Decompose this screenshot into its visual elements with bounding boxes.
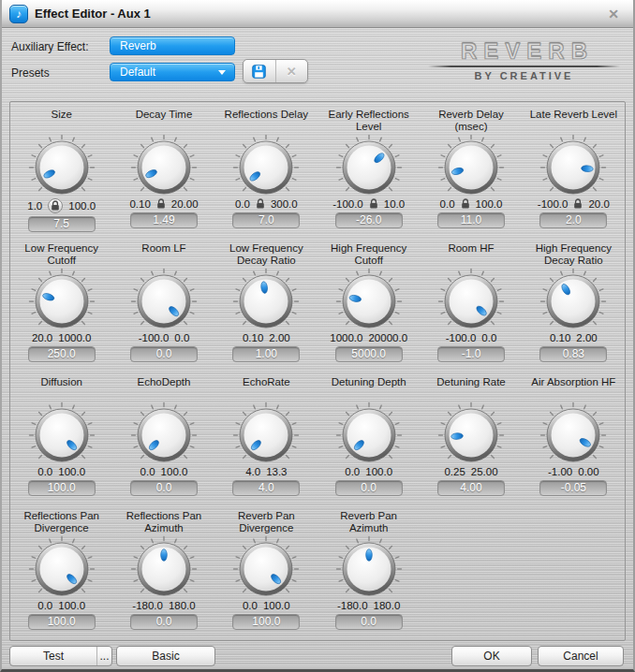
knob-value[interactable]: 100.0 <box>28 480 96 496</box>
knob-low-frequency-decay-ratio: Low Frequency Decay Ratio 0.10 2.00 1.00 <box>215 242 318 370</box>
knob-value[interactable]: 100.0 <box>232 614 300 630</box>
knob-value[interactable]: 4.0 <box>232 480 300 496</box>
knob-dial[interactable] <box>534 134 613 205</box>
presets-dropdown[interactable]: Default <box>110 63 235 81</box>
knob-value[interactable]: -0.05 <box>539 480 607 496</box>
knob-dial[interactable] <box>227 268 305 339</box>
knob-value[interactable]: 0.0 <box>130 614 198 630</box>
knob-dial[interactable] <box>22 134 101 205</box>
knob-value[interactable]: 100.0 <box>28 614 96 630</box>
knob-dial[interactable] <box>432 134 510 205</box>
knob-dial[interactable] <box>22 402 101 473</box>
knob-indicator <box>365 549 372 562</box>
knob-dial[interactable] <box>534 402 613 473</box>
knob-range: 20.0 1000.0 <box>32 332 92 343</box>
lock-icon[interactable] <box>256 198 265 210</box>
knob-min-label: -180.0 <box>337 600 368 611</box>
knob-room-lf: Room LF -100.0 0.0 0.0 <box>112 242 214 370</box>
knob-value[interactable]: -26.0 <box>335 212 403 228</box>
knob-value[interactable]: 250.0 <box>28 346 96 362</box>
knob-range: 0.0 100.0 <box>37 600 85 611</box>
knob-dial[interactable] <box>125 402 203 473</box>
lock-icon[interactable] <box>48 198 63 213</box>
test-more-button[interactable]: ... <box>96 647 111 665</box>
auxiliary-effect-field[interactable]: Reverb <box>110 37 235 55</box>
knob-range: 0.0 100.0 <box>140 466 188 477</box>
lock-icon[interactable] <box>573 198 583 210</box>
logo-subtitle: BY CREATIVE <box>428 70 620 81</box>
knob-max-label: 20.00 <box>171 198 199 210</box>
knob-range: 1000.0 20000.0 <box>330 332 407 343</box>
knob-value[interactable]: 7.0 <box>232 212 300 228</box>
knob-label: Decay Time <box>136 109 193 137</box>
knob-max-label: 180.0 <box>169 600 196 611</box>
knob-high-frequency-decay-ratio: High Frequency Decay Ratio 0.10 2.00 0.8… <box>523 242 625 370</box>
lock-icon[interactable] <box>369 198 378 210</box>
knob-value[interactable]: 0.0 <box>335 614 403 630</box>
knob-dial[interactable] <box>227 535 305 606</box>
knob-range: 0.10 2.00 <box>550 332 598 343</box>
knob-dial[interactable] <box>125 268 203 339</box>
close-icon[interactable]: ✕ <box>608 7 619 22</box>
knob-value[interactable]: 11.0 <box>437 212 505 228</box>
knob-max-label: 300.0 <box>271 198 298 210</box>
knob-min-label: 0.10 <box>243 332 263 343</box>
knob-value[interactable]: 1.49 <box>130 212 198 228</box>
knob-value[interactable]: 4.00 <box>437 480 505 496</box>
knob-label: EchoRate <box>243 376 290 404</box>
knob-range: -100.0 10.0 <box>332 198 405 210</box>
knob-room-hf: Room HF -100.0 0.0 -1.0 <box>420 242 522 370</box>
knob-value[interactable]: 1.00 <box>232 346 300 362</box>
knob-dial[interactable] <box>227 134 305 205</box>
knob-value[interactable]: 0.0 <box>130 480 198 496</box>
presets-label: Presets <box>11 66 50 80</box>
ok-button[interactable]: OK <box>451 646 532 666</box>
knob-dial[interactable] <box>534 268 613 339</box>
delete-preset-button[interactable]: ✕ <box>275 60 308 82</box>
knob-dial[interactable] <box>125 134 203 205</box>
knob-reverb-delay-msec: Reverb Delay (msec) 0.0 100.0 11.0 <box>420 109 522 236</box>
knob-label: Reverb Pan Azimuth <box>320 510 418 538</box>
knob-size: Size 1.0 100.0 7.5 <box>10 109 112 236</box>
knob-min-label: 20.0 <box>32 332 52 343</box>
knob-dial[interactable] <box>125 535 203 606</box>
lock-icon[interactable] <box>156 198 166 210</box>
knob-value[interactable]: 2.0 <box>539 212 607 228</box>
knob-min-label: 4.0 <box>245 466 260 477</box>
knob-max-label: 2.00 <box>576 332 597 343</box>
knob-dial[interactable] <box>330 402 408 473</box>
knob-range: 0.0 100.0 <box>345 466 392 477</box>
cancel-button[interactable]: Cancel <box>538 646 624 666</box>
lock-icon[interactable] <box>461 198 470 210</box>
knob-range: -100.0 20.0 <box>538 198 610 210</box>
preset-buttons: ✕ <box>243 59 308 83</box>
knob-row: Low Frequency Cutoff 20.0 1000.0 250.0 R… <box>10 236 625 370</box>
knob-dial[interactable] <box>330 134 408 205</box>
knob-dial[interactable] <box>330 535 408 606</box>
knob-value[interactable]: 0.83 <box>539 346 607 362</box>
knob-min-label: -100.0 <box>332 198 363 210</box>
knob-dial[interactable] <box>22 268 101 339</box>
basic-button[interactable]: Basic <box>116 646 215 666</box>
knob-range: -100.0 0.0 <box>446 332 497 343</box>
save-preset-button[interactable] <box>244 60 275 82</box>
knob-dial[interactable] <box>330 268 408 339</box>
knob-dial[interactable] <box>22 535 101 606</box>
knob-range: -100.0 0.0 <box>139 332 190 343</box>
knob-dial[interactable] <box>432 268 510 339</box>
knob-range: -180.0 180.0 <box>337 600 400 611</box>
knob-min-label: -1.00 <box>548 466 572 477</box>
test-button[interactable]: Test <box>10 647 96 665</box>
knob-min-label: 0.0 <box>440 198 455 210</box>
knob-value[interactable]: 5000.0 <box>335 346 403 362</box>
footer: Test ... Basic OK Cancel <box>2 641 633 669</box>
knob-value[interactable]: 7.5 <box>28 216 96 232</box>
knob-dial[interactable] <box>227 402 305 473</box>
knob-value[interactable]: 0.0 <box>130 346 198 362</box>
knob-value[interactable]: -1.0 <box>437 346 505 362</box>
knob-label: Room LF <box>141 242 185 270</box>
knob-range: 0.25 25.00 <box>444 466 497 477</box>
knob-dial[interactable] <box>432 402 510 473</box>
knob-max-label: 100.0 <box>476 198 503 210</box>
knob-value[interactable]: 0.0 <box>335 480 403 496</box>
